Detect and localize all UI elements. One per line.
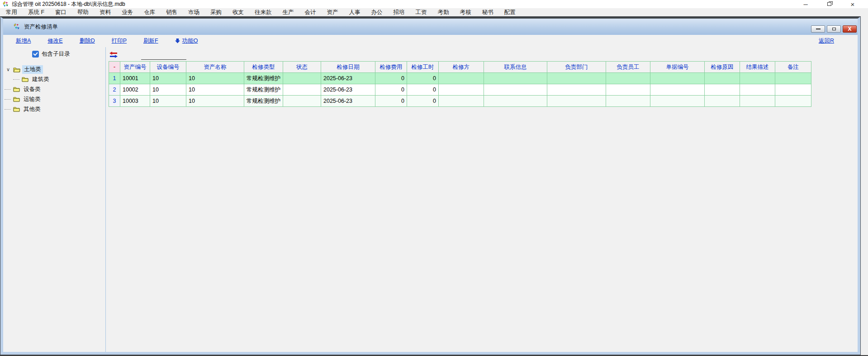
cell-maint-hours[interactable]: 0 [407,96,439,107]
cell-asset-name[interactable]: 10 [186,73,244,84]
menu-item-2[interactable]: 系统 F [23,8,50,17]
include-subdir-checkbox[interactable]: 包含子目录 [32,50,105,58]
menu-item-10[interactable]: 采购 [205,8,227,17]
col-header-reason[interactable]: 检修原因 [705,62,740,73]
cell-employee[interactable] [606,73,650,84]
cell-dept[interactable] [547,96,606,107]
tree-item-1[interactable]: ∨土地类 [3,64,105,74]
col-header-asset-id[interactable]: 资产编号 [120,62,150,73]
col-header-result[interactable]: 结果描述 [740,62,775,73]
menu-item-11[interactable]: 收支 [227,8,249,17]
col-header-asset-name[interactable]: 资产名称 [186,62,244,73]
menu-item-16[interactable]: 人事 [344,8,366,17]
menu-item-17[interactable]: 办公 [366,8,388,17]
col-header-maint-cost[interactable]: 检修费用 [375,62,407,73]
menu-item-13[interactable]: 生产 [277,8,299,17]
cell-note[interactable] [775,96,811,107]
cell-rownum[interactable]: 2 [109,84,120,96]
cell-doc-no[interactable] [650,96,705,107]
print-link[interactable]: 打印P [112,37,127,45]
cell-status[interactable] [283,73,321,84]
delete-link[interactable]: 删除D [80,37,95,45]
tree-item-3[interactable]: 设备类 [3,84,105,94]
window-close-button[interactable]: × [841,0,864,8]
cell-maint-date[interactable]: 2025-06-23 [321,73,375,84]
cell-maint-hours[interactable]: 0 [407,84,439,96]
tree-item-4[interactable]: 运输类 [3,94,105,104]
cell-contact-info[interactable] [484,84,547,96]
modify-link[interactable]: 修改E [47,37,62,45]
cell-maint-cost[interactable]: 0 [375,84,407,96]
menu-item-12[interactable]: 往来款 [249,8,277,17]
cell-employee[interactable] [606,84,650,96]
col-header-contact-info[interactable]: 联系信息 [484,62,547,73]
return-link[interactable]: 返回R [819,37,834,45]
cell-note[interactable] [775,84,811,96]
functions-link[interactable]: 功能O [175,37,198,45]
cell-result[interactable] [740,73,775,84]
cell-maint-cost[interactable]: 0 [375,96,407,107]
menu-item-23[interactable]: 配置 [499,8,521,17]
cell-note[interactable] [775,73,811,84]
table-row-2[interactable]: 2100021010常规检测维护2025-06-2300 [109,84,811,96]
add-link[interactable]: 新增A [16,37,31,45]
cell-reason[interactable] [705,73,740,84]
menu-item-8[interactable]: 销售 [161,8,183,17]
cell-asset-name[interactable]: 10 [186,96,244,107]
cell-maint-cost[interactable]: 0 [375,73,407,84]
panel-close-button[interactable]: X [843,25,857,33]
menu-item-7[interactable]: 仓库 [138,8,161,17]
tree-item-2[interactable]: 建筑类 [3,74,105,84]
panel-minimize-button[interactable] [811,25,825,33]
col-header-note[interactable]: 备注 [775,62,811,73]
cell-device-id[interactable]: 10 [150,73,186,84]
window-restore-button[interactable] [817,0,841,8]
col-header-maint-date[interactable]: 检修日期 [321,62,375,73]
col-header-doc-no[interactable]: 单据编号 [650,62,705,73]
cell-maint-type[interactable]: 常规检测维护 [244,84,283,96]
menu-item-22[interactable]: 秘书 [477,8,499,17]
col-header-status[interactable]: 状态 [283,62,321,73]
col-header-device-id[interactable]: 设备编号 [150,62,186,73]
menu-item-4[interactable]: 帮助 [72,8,94,17]
window-minimize-button[interactable]: ─ [794,0,817,8]
cell-result[interactable] [740,96,775,107]
menu-item-1[interactable]: 常用 [0,8,23,17]
tree-item-5[interactable]: 其他类 [3,104,105,114]
menu-item-6[interactable]: 业务 [116,8,138,17]
cell-maint-type[interactable]: 常规检测维护 [244,73,283,84]
panel-restore-button[interactable] [827,25,841,33]
menu-item-9[interactable]: 市场 [183,8,205,17]
table-row-1[interactable]: 1100011010常规检测维护2025-06-2300 [109,73,811,84]
cell-asset-id[interactable]: 10003 [120,96,150,107]
cell-asset-id[interactable]: 10002 [120,84,150,96]
cell-status[interactable] [283,96,321,107]
cell-reason[interactable] [705,96,740,107]
cell-dept[interactable] [547,84,606,96]
cell-maint-date[interactable]: 2025-06-23 [321,96,375,107]
cell-doc-no[interactable] [650,84,705,96]
col-header-employee[interactable]: 负责员工 [606,62,650,73]
col-header-maint-hours[interactable]: 检修工时 [407,62,439,73]
cell-maintainer[interactable] [439,96,484,107]
menu-item-3[interactable]: 窗口 [50,8,72,17]
col-header-maint-type[interactable]: 检修类型 [244,62,283,73]
cell-asset-name[interactable]: 10 [186,84,244,96]
menu-item-15[interactable]: 资产 [322,8,344,17]
cell-contact-info[interactable] [484,96,547,107]
menu-item-18[interactable]: 招培 [388,8,410,17]
menu-item-14[interactable]: 会计 [299,8,322,17]
col-header-rownum[interactable]: - [109,62,120,73]
cell-rownum[interactable]: 3 [109,96,120,107]
refresh-link[interactable]: 刷新F [143,37,158,45]
cell-device-id[interactable]: 10 [150,96,186,107]
cell-employee[interactable] [606,96,650,107]
cell-maint-date[interactable]: 2025-06-23 [321,84,375,96]
table-row-3[interactable]: 3100031010常规检测维护2025-06-2300 [109,96,811,107]
menu-item-5[interactable]: 资料 [94,8,116,17]
menu-item-21[interactable]: 考核 [455,8,477,17]
cell-maint-type[interactable]: 常规检测维护 [244,96,283,107]
cell-maint-hours[interactable]: 0 [407,73,439,84]
filter-input[interactable] [141,53,186,60]
cell-rownum[interactable]: 1 [109,73,120,84]
